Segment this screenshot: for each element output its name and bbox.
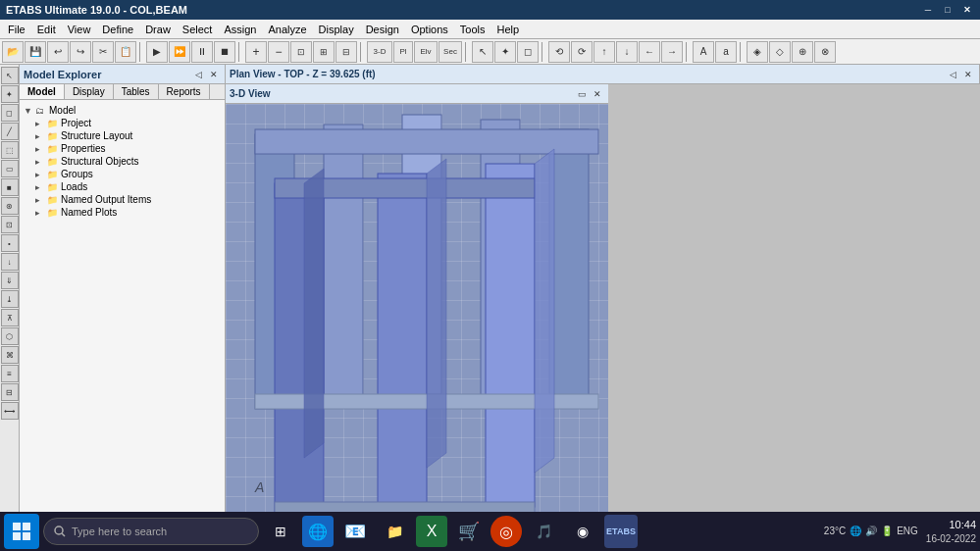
task-view-btn[interactable]: ⊞	[263, 514, 298, 549]
taskbar-edge[interactable]: 🌐	[302, 516, 334, 547]
tb-save[interactable]: 💾	[25, 41, 46, 63]
tb-cut[interactable]: ✂	[92, 41, 114, 63]
tb-zoom-sel[interactable]: ⊞	[313, 41, 335, 63]
sidebar-select[interactable]: ↖	[1, 67, 19, 84]
start-button[interactable]	[4, 514, 39, 549]
tb-plan[interactable]: Pl	[393, 41, 413, 63]
sidebar-analysis[interactable]: ⬡	[1, 327, 19, 345]
tb-run[interactable]: ▶	[146, 41, 168, 63]
close-btn[interactable]: ✕	[960, 3, 974, 17]
taskbar-excel[interactable]: X	[416, 516, 447, 547]
menu-draw[interactable]: Draw	[139, 22, 177, 37]
3d-view-close[interactable]: ✕	[591, 87, 604, 101]
tb-assign1[interactable]: A	[693, 41, 714, 63]
minimize-btn[interactable]: ─	[921, 3, 935, 17]
tb-redo[interactable]: ↪	[70, 41, 91, 63]
tb-zoom-fit[interactable]: ⊡	[290, 41, 312, 63]
tb-reshape[interactable]: ✦	[494, 41, 516, 63]
taskbar-clock[interactable]: 10:44 16-02-2022	[926, 518, 976, 544]
explorer-pin[interactable]: ◁	[191, 68, 205, 81]
menu-help[interactable]: Help	[491, 22, 526, 37]
menu-select[interactable]: Select	[177, 22, 219, 37]
tab-model[interactable]: Model	[20, 84, 65, 99]
tb-extra4[interactable]: ⊗	[814, 41, 836, 63]
tb-run2[interactable]: ⏩	[169, 41, 190, 63]
tb-paste[interactable]: 📋	[115, 41, 136, 63]
sidebar-line[interactable]: ╱	[1, 123, 19, 140]
tree-item-project[interactable]: ▸ 📁 Project	[33, 117, 223, 129]
sidebar-load3[interactable]: ⤓	[1, 290, 19, 308]
sidebar-point[interactable]: •	[1, 234, 19, 252]
sidebar-frame[interactable]: ⬚	[1, 141, 19, 159]
sidebar-rubber[interactable]: ◻	[1, 104, 19, 122]
tb-arrow-right[interactable]: →	[661, 41, 683, 63]
tb-arrow-left[interactable]: ←	[639, 41, 660, 63]
menu-define[interactable]: Define	[96, 22, 139, 37]
taskbar-mail[interactable]: 📧	[337, 514, 373, 549]
tb-rubber[interactable]: ◻	[517, 41, 539, 63]
tb-sect[interactable]: Sec	[438, 41, 462, 63]
tb-pause[interactable]: ⏸	[191, 41, 213, 63]
tb-rotate-right[interactable]: ⟳	[571, 41, 593, 63]
3d-canvas[interactable]: A	[226, 104, 608, 537]
menu-analyze[interactable]: Analyze	[262, 22, 312, 37]
tree-item-structure[interactable]: ▸ 📁 Structure Layout	[33, 129, 223, 142]
taskbar-store[interactable]: 🛒	[451, 514, 487, 549]
menu-view[interactable]: View	[62, 22, 97, 37]
tb-zoom-in[interactable]: +	[245, 41, 267, 63]
tb-arrow-up[interactable]: ↑	[593, 41, 615, 63]
sidebar-pointer[interactable]: ✦	[1, 85, 19, 103]
menu-tools[interactable]: Tools	[454, 22, 491, 37]
tb-assign2[interactable]: a	[715, 41, 737, 63]
explorer-close[interactable]: ✕	[207, 68, 221, 81]
3d-view-expand[interactable]: ▭	[575, 87, 589, 101]
tb-extra2[interactable]: ◇	[769, 41, 791, 63]
tree-item-structural[interactable]: ▸ 📁 Structural Objects	[33, 155, 223, 168]
sidebar-story[interactable]: ≡	[1, 365, 19, 382]
tb-rotate-left[interactable]: ⟲	[548, 41, 570, 63]
taskbar-etabs[interactable]: ETABS	[604, 515, 638, 548]
sidebar-area[interactable]: ▭	[1, 160, 19, 177]
tree-item-groups[interactable]: ▸ 📁 Groups	[33, 168, 223, 180]
sidebar-constraint[interactable]: ⊡	[1, 216, 19, 233]
tb-new[interactable]: 📂	[2, 41, 24, 63]
menu-display[interactable]: Display	[313, 22, 360, 37]
tab-display[interactable]: Display	[65, 84, 114, 99]
tree-item-named-plots[interactable]: ▸ 📁 Named Plots	[33, 206, 223, 219]
taskbar-search-box[interactable]: Type here to search	[43, 518, 259, 545]
tb-undo[interactable]: ↩	[47, 41, 69, 63]
tree-item-loads[interactable]: ▸ 📁 Loads	[33, 180, 223, 193]
plan-view-pin[interactable]: ◁	[946, 68, 959, 81]
taskbar-app2[interactable]: ◉	[565, 514, 600, 549]
tab-reports[interactable]: Reports	[159, 84, 210, 99]
tb-zoom-out[interactable]: −	[268, 41, 289, 63]
taskbar-app1[interactable]: 🎵	[526, 514, 561, 549]
tab-tables[interactable]: Tables	[114, 84, 159, 99]
sidebar-section[interactable]: ⟷	[1, 402, 19, 420]
tb-elev[interactable]: Elv	[414, 41, 438, 63]
tree-item-properties[interactable]: ▸ 📁 Properties	[33, 142, 223, 155]
tree-item-named-output[interactable]: ▸ 📁 Named Output Items	[33, 193, 223, 206]
taskbar-file[interactable]: 📁	[377, 514, 412, 549]
tb-arrow-down[interactable]: ↓	[616, 41, 638, 63]
menu-file[interactable]: File	[2, 22, 31, 37]
menu-options[interactable]: Options	[405, 22, 454, 37]
tb-extra3[interactable]: ⊕	[792, 41, 813, 63]
tb-extra1[interactable]: ◈	[747, 41, 768, 63]
sidebar-link[interactable]: ⊛	[1, 197, 19, 215]
sidebar-solid[interactable]: ■	[1, 178, 19, 196]
menu-assign[interactable]: Assign	[218, 22, 262, 37]
sidebar-load2[interactable]: ⇓	[1, 272, 19, 289]
menu-design[interactable]: Design	[360, 22, 405, 37]
tree-root[interactable]: ▼ 🗂 Model	[22, 104, 223, 117]
sidebar-design[interactable]: ⌘	[1, 346, 19, 364]
sidebar-measure[interactable]: ⊼	[1, 309, 19, 326]
sidebar-detail[interactable]: ⊟	[1, 383, 19, 401]
maximize-btn[interactable]: □	[941, 3, 954, 17]
taskbar-chrome[interactable]: ◎	[490, 516, 522, 547]
sidebar-load1[interactable]: ↓	[1, 253, 19, 271]
menu-edit[interactable]: Edit	[31, 22, 62, 37]
tb-3d[interactable]: 3-D	[367, 41, 392, 63]
plan-view-close[interactable]: ✕	[961, 68, 975, 81]
tb-zoom-prev[interactable]: ⊟	[335, 41, 357, 63]
